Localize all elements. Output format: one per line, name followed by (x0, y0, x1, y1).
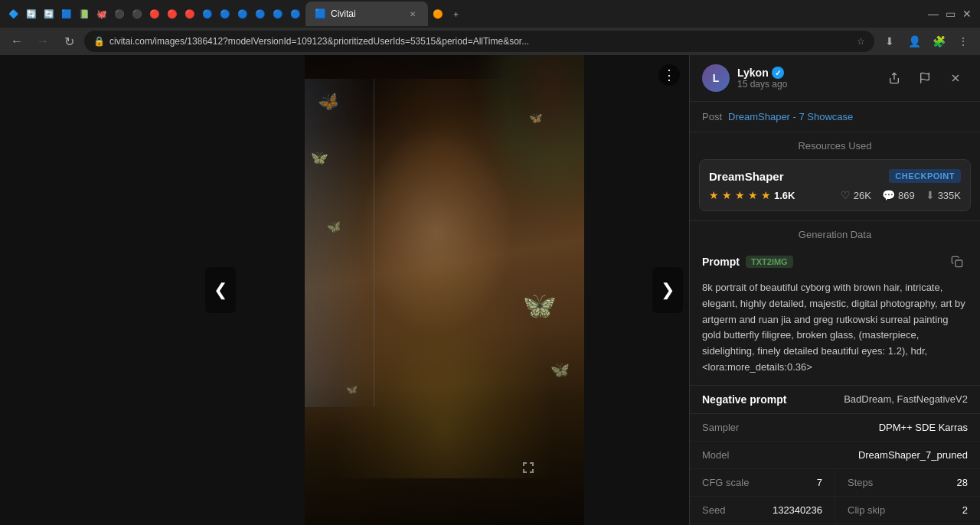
tab-close-button[interactable]: ✕ (407, 8, 419, 20)
seed-cell: Seed 132340236 (690, 497, 835, 523)
clip-skip-label: Clip skip (848, 504, 885, 516)
post-link[interactable]: DreamShaper - 7 Showcase (728, 111, 853, 122)
image-more-button[interactable]: ⋮ (658, 64, 680, 86)
likes-stat: ♡ 26K (841, 189, 871, 201)
download-icon[interactable]: ⬇ (879, 31, 900, 52)
tab-icon-15[interactable]: 🔵 (253, 6, 268, 21)
verified-badge: ✓ (772, 67, 784, 79)
prompt-text: 8k portrait of beautiful cyborg with bro… (690, 276, 980, 385)
url-text: civitai.com/images/1386412?modelVersionI… (109, 36, 529, 47)
cfg-label: CFG scale (702, 477, 749, 488)
maximize-button[interactable]: ▭ (943, 7, 957, 21)
cfg-cell: CFG scale 7 (690, 469, 835, 496)
left-background (0, 55, 199, 525)
tab-icon-12[interactable]: 🔵 (200, 6, 215, 21)
back-button[interactable]: ← (6, 31, 28, 52)
txt2img-badge: TXT2IMG (746, 256, 793, 268)
star-5: ★ (761, 189, 771, 201)
bookmark-icon[interactable]: ☆ (857, 36, 865, 47)
artwork-image: 🦋 🦋 🦋 🦋 🦋 🦋 🦋 (305, 55, 584, 525)
prev-image-button[interactable]: ❮ (205, 267, 236, 313)
tab-bar: 🔷 🔄 🔄 🟦 📗 🐙 ⚫ ⚫ 🔴 🔴 🔴 🔵 🔵 🔵 🔵 🔵 🔵 🟦 Civi… (0, 0, 980, 28)
checkpoint-badge: CHECKPOINT (889, 169, 961, 183)
tab-icon-9[interactable]: 🔴 (147, 6, 162, 21)
lock-icon: 🔒 (93, 36, 105, 47)
tab-icon-10[interactable]: 🔴 (165, 6, 180, 21)
close-button[interactable] (943, 66, 968, 90)
tab-icon-13[interactable]: 🔵 (217, 6, 233, 21)
forward-button[interactable]: → (32, 31, 54, 52)
prompt-label-row: Prompt TXT2IMG (702, 256, 793, 268)
cfg-value: 7 (817, 477, 822, 488)
post-timestamp: 15 days ago (737, 79, 787, 90)
model-row: Model DreamShaper_7_pruned (690, 442, 980, 469)
window-controls: — ▭ ✕ (926, 7, 974, 21)
negative-prompt-row: Negative prompt BadDream, FastNegativeV2 (690, 385, 980, 413)
star-1: ★ (709, 189, 719, 201)
tab-icon-2[interactable]: 🔄 (24, 6, 39, 21)
next-image-button[interactable]: ❯ (652, 267, 683, 313)
svg-rect-0 (956, 260, 962, 267)
rating-count: 1.6K (774, 190, 795, 201)
clip-skip-cell: Clip skip 2 (835, 497, 980, 523)
user-info: L Lykon ✓ 15 days ago (702, 64, 787, 92)
url-input[interactable]: 🔒 civitai.com/images/1386412?modelVersio… (84, 31, 874, 52)
tab-icon-14[interactable]: 🔵 (235, 6, 250, 21)
info-panel: L Lykon ✓ 15 days ago (689, 55, 980, 525)
resource-name[interactable]: DreamShaper (709, 170, 784, 183)
negative-prompt-label: Negative prompt (702, 393, 786, 406)
sampler-row: Sampler DPM++ SDE Karras (690, 414, 980, 442)
active-tab[interactable]: 🟦 Civitai ✕ (305, 2, 428, 26)
tab-icon-1[interactable]: 🔷 (6, 6, 21, 21)
copy-prompt-button[interactable] (946, 251, 968, 272)
star-3: ★ (735, 189, 745, 201)
tab-icon-5[interactable]: 📗 (77, 6, 92, 21)
tab-icon-11[interactable]: 🔴 (182, 6, 198, 21)
tab-favicon: 🟦 (315, 8, 326, 19)
comments-count: 869 (898, 190, 915, 201)
heart-icon: ♡ (841, 189, 851, 201)
menu-icon[interactable]: ⋮ (952, 31, 974, 52)
image-panel: ⋮ ❮ 🦋 🦋 🦋 🦋 🦋 🦋 🦋 (199, 55, 689, 525)
next-arrow-icon: ❯ (661, 280, 675, 300)
resource-top-row: DreamShaper CHECKPOINT (709, 169, 961, 183)
close-button[interactable]: ✕ (960, 7, 974, 21)
user-details: Lykon ✓ 15 days ago (737, 67, 787, 90)
avatar[interactable]: L (702, 64, 730, 92)
tab-icon-3[interactable]: 🔄 (41, 6, 57, 21)
prev-arrow-icon: ❮ (214, 280, 227, 300)
clip-skip-value: 2 (962, 504, 968, 516)
download-stat-icon: ⬇ (926, 189, 935, 201)
tab-icon-17[interactable]: 🔵 (288, 6, 303, 21)
sampler-value: DPM++ SDE Karras (879, 422, 968, 433)
tab-icon-7[interactable]: ⚫ (112, 6, 127, 21)
share-button[interactable] (882, 66, 906, 90)
star-2: ★ (722, 189, 732, 201)
tab-icon-8[interactable]: ⚫ (129, 6, 145, 21)
seed-value: 132340236 (773, 504, 822, 516)
tab-icon-6[interactable]: 🐙 (94, 6, 109, 21)
tab-icon-18[interactable]: 🟠 (430, 6, 446, 21)
profile-icon[interactable]: 👤 (903, 31, 925, 52)
extensions-icon[interactable]: 🧩 (928, 31, 949, 52)
negative-prompt-value: BadDream, FastNegativeV2 (844, 393, 968, 405)
likes-count: 26K (854, 190, 871, 201)
minimize-button[interactable]: — (926, 7, 940, 21)
reload-button[interactable]: ↻ (58, 31, 80, 52)
resources-used-header: Resources Used (690, 132, 980, 156)
seed-label: Seed (702, 504, 725, 516)
flag-button[interactable] (913, 66, 937, 90)
tab-icons-group: 🔷 🔄 🔄 🟦 📗 🐙 ⚫ ⚫ 🔴 🔴 🔴 🔵 🔵 🔵 🔵 🔵 🔵 🟦 Civi… (6, 2, 919, 26)
browser-actions: ⬇ 👤 🧩 ⋮ (879, 31, 974, 52)
post-row: Post DreamShaper - 7 Showcase (690, 102, 980, 132)
tab-icon-16[interactable]: 🔵 (270, 6, 286, 21)
address-bar: ← → ↻ 🔒 civitai.com/images/1386412?model… (0, 28, 980, 55)
prompt-row: Prompt TXT2IMG (690, 245, 980, 276)
downloads-stat: ⬇ 335K (926, 189, 961, 201)
downloads-count: 335K (938, 190, 961, 201)
fullscreen-icon[interactable] (521, 460, 536, 479)
tab-icon-4[interactable]: 🟦 (59, 6, 74, 21)
new-tab-button[interactable]: ＋ (448, 6, 463, 21)
comments-stat: 💬 869 (882, 189, 915, 201)
stars-row: ★ ★ ★ ★ ★ 1.6K (709, 189, 795, 201)
